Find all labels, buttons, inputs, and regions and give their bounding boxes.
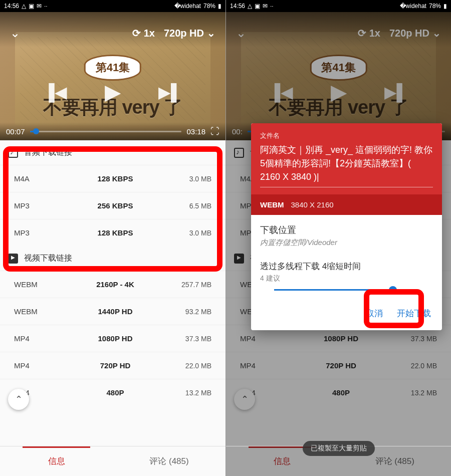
status-bar: 14:56 △ ▣ ✉ ·· �widehat 78% ▮ [226,0,451,12]
row-format: MP3 [14,201,59,210]
tab-comments[interactable]: 评论 (485) [113,446,225,476]
toast: 已複製至大量剪貼 [303,441,375,456]
play-button[interactable]: ▶ [105,80,121,104]
row-quality: 1080P HD [59,334,171,343]
download-list: 音频下载链接 M4A128 KBPS3.0 MBMP3256 KBPS6.5 M… [0,140,225,446]
location-label: 下载位置 [260,224,433,236]
row-quality: 480P [59,388,171,397]
video-icon [8,254,18,264]
row-size: 13.2 MB [171,389,211,397]
mail-icon: ✉ [263,3,268,10]
video-header-label: 视频下载链接 [24,253,72,264]
fullscreen-icon[interactable]: ⛶ [210,126,219,137]
wifi-icon: �widehat [174,3,201,10]
row-format: WEBM [14,280,59,289]
total-time: 03:18 [186,127,205,136]
start-download-button[interactable]: 开始下载 [397,308,431,319]
row-quality: 1440P HD [59,307,171,316]
mail-icon: ✉ [37,3,42,10]
scroll-up-fab[interactable]: ⌃ [8,389,29,410]
previous-button[interactable]: ▐◀ [43,83,67,102]
status-bar: 14:56 △ ▣ ✉ ·· �widehat 78% ▮ [0,0,225,12]
wifi-icon: �widehat [400,3,426,10]
status-dots: ·· [44,3,48,10]
status-dots: ·· [270,3,274,10]
calendar-icon: ▣ [255,3,260,10]
location-path[interactable]: 内置存儲空間/Videoder [260,238,433,248]
row-format: MP4 [14,334,59,343]
status-time: 14:56 [4,3,19,10]
format-row: WEBM 3840 X 2160 [251,194,442,215]
bottom-tabs: 信息 评论 (485) [0,446,225,476]
row-format: WEBM [14,307,59,316]
download-row[interactable]: WEBM2160P - 4K257.7 MB [0,271,225,298]
row-size: 6.5 MB [171,202,211,210]
battery-icon: ▮ [443,3,447,10]
video-section-header: 视频下载链接 [0,246,225,271]
audio-section-header: 音频下载链接 [0,140,225,165]
row-format: M4A [14,174,59,183]
row-format: MP4 [14,361,59,370]
filename-label: 文件名 [260,131,433,140]
row-quality: 128 KBPS [59,174,171,183]
battery-text: 78% [429,3,441,10]
row-format: MP3 [14,228,59,237]
battery-icon: ▮ [218,3,221,10]
row-size: 3.0 MB [171,175,211,183]
thread-slider[interactable] [274,289,419,291]
chevron-up-icon: ⌃ [15,394,23,405]
chevron-down-icon: ⌄ [207,27,215,39]
resolution-value: 3840 X 2160 [291,200,334,209]
download-row[interactable]: MP41080P HD37.3 MB [0,325,225,352]
thread-sub: 4 建议 [260,274,433,283]
seek-bar[interactable] [30,131,182,132]
video-player[interactable]: 第41集 不要再用 very 了 ⌄ ⟳1x 720p HD⌄ ▐◀ ▶ ▶▌ … [0,12,225,140]
calendar-icon: ▣ [29,3,34,10]
speed-icon: ⟳ [132,27,141,39]
row-size: 257.7 MB [171,281,211,289]
row-quality: 256 KBPS [59,201,171,210]
row-size: 22.0 MB [171,362,211,370]
playback-speed[interactable]: ⟳1x [132,27,155,39]
warning-icon: △ [22,3,26,10]
collapse-icon[interactable]: ⌄ [10,26,20,40]
audio-header-label: 音频下载链接 [24,147,72,158]
battery-text: 78% [203,3,215,10]
download-dialog: 文件名 阿滴英文｜別再 _very_ 這個弱弱的字! 教你5個精準的形容詞!【2… [251,123,442,330]
download-row[interactable]: MP4480P13.2 MB [0,379,225,406]
row-size: 37.3 MB [171,335,211,343]
filename-input[interactable]: 阿滴英文｜別再 _very_ 這個弱弱的字! 教你5個精準的形容詞!【2分鐘英語… [260,143,433,187]
download-row[interactable]: MP3256 KBPS6.5 MB [0,192,225,219]
next-button[interactable]: ▶▌ [158,83,182,102]
download-row[interactable]: MP3128 KBPS3.0 MB [0,219,225,246]
row-quality: 2160P - 4K [59,280,171,289]
row-size: 93.2 MB [171,308,211,316]
phone-right: 14:56 △ ▣ ✉ ·· �widehat 78% ▮ 第41集 不要再用 … [225,0,451,476]
row-quality: 128 KBPS [59,228,171,237]
download-row[interactable]: WEBM1440P HD93.2 MB [0,298,225,325]
download-row[interactable]: MP4720P HD22.0 MB [0,352,225,379]
cancel-button[interactable]: 取消 [366,308,383,319]
video-player[interactable]: 第41集 不要再用 very 了 ⌄ ⟳1x 720p HD⌄ ▐◀ ▶ ▶▌ … [226,12,451,140]
format-value: WEBM [260,200,284,209]
warning-icon: △ [248,3,252,10]
music-icon [8,148,18,158]
tab-info[interactable]: 信息 [0,446,113,476]
status-time: 14:56 [230,3,245,10]
download-row[interactable]: M4A128 KBPS3.0 MB [0,165,225,192]
phone-left: 14:56 △ ▣ ✉ ·· �widehat 78% ▮ 第41集 不要再用 … [0,0,225,476]
thread-label: 透过多线程下载 4缩短时间 [260,261,433,272]
episode-badge: 第41集 [84,55,141,81]
current-time: 00:07 [6,127,25,136]
quality-selector[interactable]: 720p HD⌄ [164,27,215,39]
row-quality: 720P HD [59,361,171,370]
row-size: 3.0 MB [171,229,211,237]
